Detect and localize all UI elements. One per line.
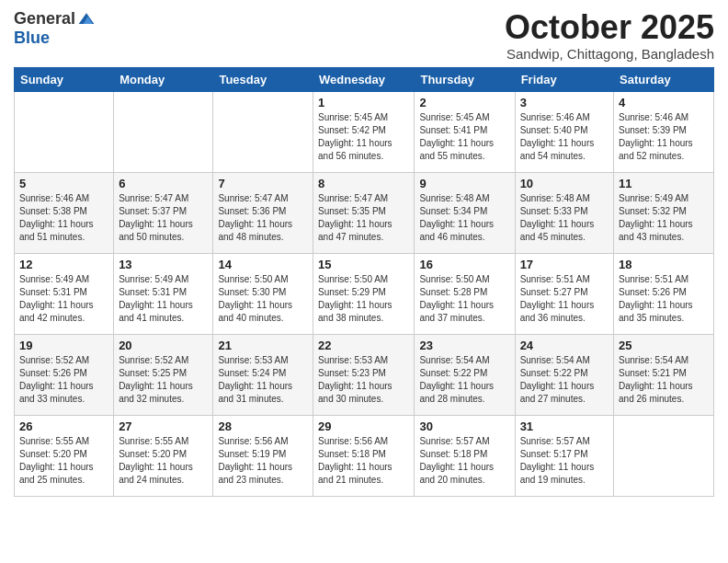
day-info: Sunrise: 5:46 AM Sunset: 5:39 PM Dayligh…	[619, 111, 709, 163]
table-row: 4Sunrise: 5:46 AM Sunset: 5:39 PM Daylig…	[614, 91, 714, 172]
table-row	[114, 91, 213, 172]
location-subtitle: Sandwip, Chittagong, Bangladesh	[505, 46, 714, 62]
header-sunday: Sunday	[15, 67, 114, 91]
day-info: Sunrise: 5:55 AM Sunset: 5:20 PM Dayligh…	[19, 435, 108, 487]
day-info: Sunrise: 5:54 AM Sunset: 5:22 PM Dayligh…	[520, 354, 609, 406]
day-info: Sunrise: 5:46 AM Sunset: 5:40 PM Dayligh…	[520, 111, 609, 163]
title-section: October 2025 Sandwip, Chittagong, Bangla…	[505, 9, 714, 62]
table-row: 25Sunrise: 5:54 AM Sunset: 5:21 PM Dayli…	[614, 334, 714, 415]
table-row: 23Sunrise: 5:54 AM Sunset: 5:22 PM Dayli…	[415, 334, 515, 415]
day-number: 22	[318, 339, 409, 352]
day-info: Sunrise: 5:57 AM Sunset: 5:18 PM Dayligh…	[419, 435, 509, 487]
day-number: 27	[119, 419, 208, 433]
day-info: Sunrise: 5:49 AM Sunset: 5:32 PM Dayligh…	[619, 192, 709, 244]
day-info: Sunrise: 5:55 AM Sunset: 5:20 PM Dayligh…	[119, 435, 208, 487]
day-info: Sunrise: 5:54 AM Sunset: 5:22 PM Dayligh…	[419, 354, 509, 406]
week-row-0: 1Sunrise: 5:45 AM Sunset: 5:42 PM Daylig…	[15, 91, 714, 172]
logo-icon	[77, 10, 96, 29]
week-row-3: 19Sunrise: 5:52 AM Sunset: 5:26 PM Dayli…	[15, 334, 714, 415]
day-info: Sunrise: 5:45 AM Sunset: 5:41 PM Dayligh…	[419, 111, 509, 163]
table-row: 28Sunrise: 5:56 AM Sunset: 5:19 PM Dayli…	[213, 415, 313, 496]
table-row: 8Sunrise: 5:47 AM Sunset: 5:35 PM Daylig…	[313, 172, 415, 253]
table-row: 17Sunrise: 5:51 AM Sunset: 5:27 PM Dayli…	[515, 253, 613, 334]
day-info: Sunrise: 5:50 AM Sunset: 5:30 PM Dayligh…	[218, 273, 308, 325]
day-info: Sunrise: 5:53 AM Sunset: 5:23 PM Dayligh…	[318, 354, 409, 406]
logo: General Blue	[14, 9, 96, 48]
table-row: 16Sunrise: 5:50 AM Sunset: 5:28 PM Dayli…	[415, 253, 515, 334]
day-info: Sunrise: 5:54 AM Sunset: 5:21 PM Dayligh…	[619, 354, 709, 406]
header-saturday: Saturday	[614, 67, 714, 91]
week-row-2: 12Sunrise: 5:49 AM Sunset: 5:31 PM Dayli…	[15, 253, 714, 334]
table-row: 26Sunrise: 5:55 AM Sunset: 5:20 PM Dayli…	[15, 415, 114, 496]
table-row: 9Sunrise: 5:48 AM Sunset: 5:34 PM Daylig…	[415, 172, 515, 253]
day-number: 21	[218, 339, 308, 352]
day-info: Sunrise: 5:56 AM Sunset: 5:18 PM Dayligh…	[318, 435, 409, 487]
day-number: 30	[419, 419, 509, 433]
day-number: 7	[218, 177, 308, 190]
day-number: 9	[419, 177, 509, 190]
header-wednesday: Wednesday	[313, 67, 415, 91]
table-row: 29Sunrise: 5:56 AM Sunset: 5:18 PM Dayli…	[313, 415, 415, 496]
table-row: 22Sunrise: 5:53 AM Sunset: 5:23 PM Dayli…	[313, 334, 415, 415]
table-row: 15Sunrise: 5:50 AM Sunset: 5:29 PM Dayli…	[313, 253, 415, 334]
day-number: 24	[520, 339, 609, 352]
table-row: 6Sunrise: 5:47 AM Sunset: 5:37 PM Daylig…	[114, 172, 213, 253]
day-info: Sunrise: 5:56 AM Sunset: 5:19 PM Dayligh…	[218, 435, 308, 487]
day-number: 26	[19, 419, 108, 433]
day-number: 15	[318, 258, 409, 271]
day-info: Sunrise: 5:48 AM Sunset: 5:34 PM Dayligh…	[419, 192, 509, 244]
day-info: Sunrise: 5:49 AM Sunset: 5:31 PM Dayligh…	[119, 273, 208, 325]
day-number: 14	[218, 258, 308, 271]
table-row: 3Sunrise: 5:46 AM Sunset: 5:40 PM Daylig…	[515, 91, 613, 172]
day-number: 12	[19, 258, 108, 271]
day-number: 2	[419, 96, 509, 109]
table-row: 21Sunrise: 5:53 AM Sunset: 5:24 PM Dayli…	[213, 334, 313, 415]
day-number: 17	[520, 258, 609, 271]
day-number: 28	[218, 419, 308, 433]
day-number: 16	[419, 258, 509, 271]
day-info: Sunrise: 5:52 AM Sunset: 5:25 PM Dayligh…	[119, 354, 208, 406]
day-info: Sunrise: 5:47 AM Sunset: 5:35 PM Dayligh…	[318, 192, 409, 244]
table-row: 2Sunrise: 5:45 AM Sunset: 5:41 PM Daylig…	[415, 91, 515, 172]
day-number: 3	[520, 96, 609, 109]
day-number: 23	[419, 339, 509, 352]
day-info: Sunrise: 5:53 AM Sunset: 5:24 PM Dayligh…	[218, 354, 308, 406]
logo-blue-text: Blue	[14, 29, 50, 48]
day-number: 10	[520, 177, 609, 190]
day-info: Sunrise: 5:46 AM Sunset: 5:38 PM Dayligh…	[19, 192, 108, 244]
day-info: Sunrise: 5:57 AM Sunset: 5:17 PM Dayligh…	[520, 435, 609, 487]
day-info: Sunrise: 5:52 AM Sunset: 5:26 PM Dayligh…	[19, 354, 108, 406]
week-row-1: 5Sunrise: 5:46 AM Sunset: 5:38 PM Daylig…	[15, 172, 714, 253]
day-info: Sunrise: 5:47 AM Sunset: 5:37 PM Dayligh…	[119, 192, 208, 244]
day-info: Sunrise: 5:49 AM Sunset: 5:31 PM Dayligh…	[19, 273, 108, 325]
logo-general-text: General	[14, 9, 75, 29]
day-info: Sunrise: 5:51 AM Sunset: 5:26 PM Dayligh…	[619, 273, 709, 325]
header-monday: Monday	[114, 67, 213, 91]
day-info: Sunrise: 5:50 AM Sunset: 5:28 PM Dayligh…	[419, 273, 509, 325]
table-row: 11Sunrise: 5:49 AM Sunset: 5:32 PM Dayli…	[614, 172, 714, 253]
day-number: 4	[619, 96, 709, 109]
day-info: Sunrise: 5:47 AM Sunset: 5:36 PM Dayligh…	[218, 192, 308, 244]
table-row: 30Sunrise: 5:57 AM Sunset: 5:18 PM Dayli…	[415, 415, 515, 496]
header-tuesday: Tuesday	[213, 67, 313, 91]
table-row: 10Sunrise: 5:48 AM Sunset: 5:33 PM Dayli…	[515, 172, 613, 253]
day-number: 11	[619, 177, 709, 190]
day-info: Sunrise: 5:50 AM Sunset: 5:29 PM Dayligh…	[318, 273, 409, 325]
table-row: 27Sunrise: 5:55 AM Sunset: 5:20 PM Dayli…	[114, 415, 213, 496]
day-number: 13	[119, 258, 208, 271]
header-thursday: Thursday	[415, 67, 515, 91]
table-row: 31Sunrise: 5:57 AM Sunset: 5:17 PM Dayli…	[515, 415, 613, 496]
day-info: Sunrise: 5:45 AM Sunset: 5:42 PM Dayligh…	[318, 111, 409, 163]
table-row: 18Sunrise: 5:51 AM Sunset: 5:26 PM Dayli…	[614, 253, 714, 334]
table-row: 13Sunrise: 5:49 AM Sunset: 5:31 PM Dayli…	[114, 253, 213, 334]
table-row: 19Sunrise: 5:52 AM Sunset: 5:26 PM Dayli…	[15, 334, 114, 415]
table-row: 12Sunrise: 5:49 AM Sunset: 5:31 PM Dayli…	[15, 253, 114, 334]
table-row: 7Sunrise: 5:47 AM Sunset: 5:36 PM Daylig…	[213, 172, 313, 253]
day-number: 1	[318, 96, 409, 109]
day-info: Sunrise: 5:51 AM Sunset: 5:27 PM Dayligh…	[520, 273, 609, 325]
day-number: 31	[520, 419, 609, 433]
table-row: 14Sunrise: 5:50 AM Sunset: 5:30 PM Dayli…	[213, 253, 313, 334]
weekday-header-row: Sunday Monday Tuesday Wednesday Thursday…	[15, 67, 714, 91]
table-row: 24Sunrise: 5:54 AM Sunset: 5:22 PM Dayli…	[515, 334, 613, 415]
day-number: 6	[119, 177, 208, 190]
